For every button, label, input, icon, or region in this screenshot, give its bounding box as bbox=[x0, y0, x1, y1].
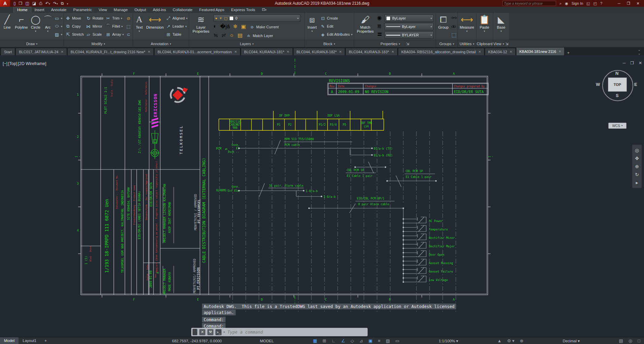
polar-icon[interactable]: ∠ bbox=[340, 338, 346, 343]
lock-ui-icon[interactable]: ▤ bbox=[618, 338, 624, 343]
make-current-button[interactable]: ≑Make Current bbox=[249, 23, 279, 31]
panel-label-annotation[interactable]: Annotation▾ bbox=[133, 40, 189, 48]
drawing-minimize-button[interactable]: ─ bbox=[623, 61, 626, 65]
plot-icon[interactable]: ⎙ bbox=[39, 1, 42, 6]
base-button[interactable]: ◣Base▾ bbox=[495, 14, 508, 33]
group-edit-icon[interactable]: ⧞ bbox=[451, 23, 456, 29]
match-properties-button[interactable]: 🖌 Match Properties bbox=[355, 14, 375, 33]
layer-freeze2-icon[interactable]: ❄ bbox=[233, 23, 238, 31]
create-block-button[interactable]: ⊡Create bbox=[320, 14, 352, 22]
minimize-button[interactable]: ─ bbox=[614, 0, 624, 7]
file-tab[interactable]: BLC044, KURANJI-01...acement_information… bbox=[154, 48, 240, 55]
tab-overflow-icon[interactable]: ⌄⌄ bbox=[638, 48, 644, 55]
panel-label-modify[interactable]: Modify▾ bbox=[64, 40, 133, 48]
new-layout-button[interactable]: + bbox=[40, 337, 51, 344]
viewport-view-control[interactable]: [Top] bbox=[8, 61, 17, 66]
selection-cycling-icon[interactable]: ▭ bbox=[394, 338, 400, 343]
file-tab[interactable]: BLC017, JATIMULIA-24✕ bbox=[15, 48, 67, 55]
linetype-dropdown[interactable]: ByLayer▾ bbox=[384, 23, 434, 30]
color-wheel-icon[interactable]: ◉ bbox=[377, 14, 382, 21]
transparency-icon[interactable]: ▨ bbox=[385, 338, 391, 343]
close-tab-icon[interactable]: ✕ bbox=[509, 50, 512, 54]
isolate-icon[interactable]: ◎ bbox=[628, 338, 633, 343]
file-tab[interactable]: KBA034- RBS2116_allocation_drawing Detai… bbox=[398, 48, 484, 55]
redo-icon[interactable]: ↷▾ bbox=[53, 1, 58, 6]
command-close-icon[interactable]: ✕ bbox=[199, 329, 205, 335]
arc-button[interactable]: ⌒Arc▾ bbox=[43, 14, 52, 33]
qat-customize-icon[interactable]: ▾ bbox=[67, 1, 68, 6]
table-button[interactable]: ⊞Table bbox=[166, 31, 188, 38]
viewcube-east[interactable]: E bbox=[634, 82, 637, 87]
drawing-restore-button[interactable]: ❒ bbox=[630, 61, 634, 65]
units-dropdown[interactable]: Decimal ▾ bbox=[563, 339, 580, 343]
view-dialog-launcher-icon[interactable]: ⇲ bbox=[505, 42, 508, 46]
help-icon[interactable]: ? bbox=[600, 1, 602, 5]
tab-annotate[interactable]: Annotate bbox=[47, 7, 70, 13]
layout1-tab[interactable]: Layout1 bbox=[19, 337, 40, 344]
viewcube-north[interactable]: N bbox=[615, 71, 618, 76]
save-as-icon[interactable]: ◪ bbox=[32, 1, 36, 6]
move-button[interactable]: ✥Move bbox=[65, 14, 84, 22]
ribbon-options-icon[interactable]: ⊡▾ bbox=[259, 6, 270, 13]
command-input[interactable] bbox=[227, 329, 366, 335]
hatch-button[interactable]: ▨▾ bbox=[54, 31, 62, 38]
layer-unlock-icon[interactable]: ▤ bbox=[238, 32, 243, 39]
stretch-button[interactable]: ⇱Stretch bbox=[65, 31, 84, 38]
model-tab[interactable]: Model bbox=[0, 337, 19, 344]
file-tab[interactable]: BLC044, KURANJI-183*✕ bbox=[345, 48, 398, 55]
close-tab-icon[interactable]: ✕ bbox=[558, 50, 561, 53]
tab-featured-apps[interactable]: Featured Apps bbox=[196, 7, 228, 13]
panel-label-view[interactable]: View▾⇲ bbox=[493, 40, 509, 48]
drawing-close-button[interactable]: ✕ bbox=[639, 61, 642, 65]
command-recent-icon[interactable]: ▾ bbox=[224, 331, 225, 334]
panel-label-draw[interactable]: Draw▾ bbox=[0, 40, 64, 48]
rectangle-button[interactable]: ▭▾ bbox=[54, 14, 62, 22]
show-motion-icon[interactable]: ▸ bbox=[636, 180, 638, 185]
maximize-button[interactable]: ❒ bbox=[624, 0, 633, 7]
otrack-icon[interactable]: ⊿ bbox=[358, 338, 364, 343]
tab-manage[interactable]: Manage bbox=[110, 7, 131, 13]
close-tab-icon[interactable]: ✕ bbox=[148, 50, 150, 54]
search-icon[interactable]: ⌕ bbox=[560, 1, 562, 6]
mirror-button[interactable]: ⋈Mirror bbox=[86, 23, 103, 30]
file-tab-active[interactable]: KBA034-181new 2116✕ bbox=[516, 47, 565, 55]
tab-addins[interactable]: Add-ins bbox=[149, 7, 169, 13]
fillet-button[interactable]: ⌒Fillet▾ bbox=[105, 23, 124, 30]
tab-express-tools[interactable]: Express Tools bbox=[228, 7, 259, 13]
clean-screen-icon[interactable]: □ bbox=[637, 338, 641, 343]
viewcube-west[interactable]: W bbox=[596, 82, 600, 87]
new-file-icon[interactable]: ▯ bbox=[13, 1, 16, 6]
tab-home[interactable]: Home bbox=[13, 7, 31, 13]
annotation-visibility-icon[interactable]: ▲ bbox=[496, 338, 503, 343]
panel-label-utilities[interactable]: Utilities▾ bbox=[458, 40, 476, 48]
tab-collaborate[interactable]: Collaborate bbox=[169, 7, 196, 13]
file-tab[interactable]: KBA034-12✕ bbox=[485, 48, 516, 55]
file-tab-start[interactable]: Start bbox=[1, 48, 15, 55]
panel-label-layers[interactable]: Layers▾ bbox=[189, 40, 305, 48]
viewport-minimize-control[interactable]: [−] bbox=[3, 61, 7, 66]
paste-button[interactable]: 📋Paste▾ bbox=[478, 14, 491, 33]
close-button[interactable]: ✕ bbox=[633, 0, 643, 7]
stay-connected-icon[interactable]: ◰ bbox=[593, 1, 597, 6]
open-folder-icon[interactable]: ❒ bbox=[19, 1, 23, 6]
viewport-visual-style-control[interactable]: [2D Wireframe] bbox=[18, 61, 46, 66]
search-input[interactable] bbox=[502, 1, 556, 6]
annotation-scale-dropdown[interactable]: 1:1/100% ▾ bbox=[439, 339, 458, 343]
layer-thaw-icon[interactable]: ☼ bbox=[229, 32, 234, 39]
rotate-button[interactable]: ↻Rotate bbox=[86, 14, 103, 22]
aligned-button[interactable]: ⤢Aligned▾ bbox=[166, 14, 188, 22]
properties-dialog-launcher-icon[interactable]: ⇲ bbox=[406, 42, 409, 46]
annotation-monitor-icon[interactable]: ⊕ bbox=[519, 338, 524, 343]
tab-output[interactable]: Output bbox=[131, 7, 149, 13]
pan-icon[interactable]: ✥ bbox=[635, 156, 639, 161]
lineweight-dropdown[interactable]: BYLAYER▾ bbox=[384, 31, 434, 39]
erase-button[interactable]: ⊘ bbox=[126, 14, 131, 22]
close-tab-icon[interactable]: ✕ bbox=[478, 50, 481, 54]
close-tab-icon[interactable]: ✕ bbox=[286, 50, 289, 54]
command-tools-icon[interactable]: ⚒ bbox=[207, 329, 213, 335]
undo-icon[interactable]: ↶▾ bbox=[45, 1, 50, 6]
line-button[interactable]: ╱Line bbox=[1, 14, 13, 29]
wcs-dropdown[interactable]: WCS▾ bbox=[608, 123, 626, 129]
leader-button[interactable]: ↗Leader▾ bbox=[166, 23, 188, 30]
app-store-icon[interactable]: ◱ bbox=[586, 1, 590, 6]
